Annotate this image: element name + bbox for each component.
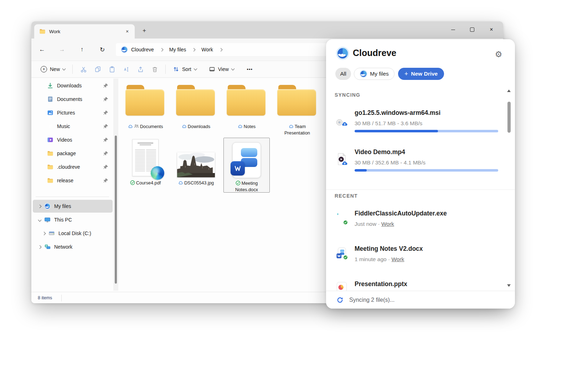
folder-tile-documents[interactable]: Documents bbox=[122, 85, 169, 139]
recent-location-link[interactable]: Work bbox=[391, 256, 404, 262]
breadcrumb-work[interactable]: Work bbox=[201, 47, 213, 52]
sidebar-item-my-files[interactable]: My files bbox=[33, 200, 113, 213]
new-drive-button[interactable]: + New Drive bbox=[398, 68, 444, 80]
chevron-down-icon[interactable] bbox=[36, 219, 43, 221]
sidebar-item-package[interactable]: package bbox=[33, 147, 113, 160]
folder-tile-downloads[interactable]: Downloads bbox=[173, 85, 219, 139]
file-tile-meeting-notes-docx[interactable]: Meeting Notes.docx bbox=[223, 138, 270, 193]
pin-icon[interactable] bbox=[103, 124, 108, 129]
toolbar-divider bbox=[72, 65, 73, 74]
section-divider bbox=[326, 189, 515, 190]
settings-button[interactable]: ⚙ bbox=[493, 49, 504, 60]
chevron-down-icon bbox=[194, 67, 197, 70]
sidebar-item-documents[interactable]: Documents bbox=[33, 93, 113, 106]
view-icon bbox=[209, 66, 215, 72]
maximize-button[interactable] bbox=[465, 22, 480, 37]
up-button[interactable]: ↑ bbox=[77, 45, 87, 55]
share-button[interactable] bbox=[133, 63, 148, 75]
progress-bar bbox=[355, 169, 498, 172]
sidebar-item-release[interactable]: release bbox=[33, 174, 113, 187]
folder-label: Downloads bbox=[174, 123, 218, 130]
dot-separator: · bbox=[378, 221, 380, 227]
chevron-right-icon[interactable] bbox=[40, 232, 48, 235]
items-count: 8 items bbox=[38, 295, 52, 300]
pin-icon[interactable] bbox=[103, 164, 108, 170]
recent-file-meta: Just now · Work bbox=[355, 221, 394, 227]
file-tile-dsc05543-jpg[interactable]: DSC05543.jpg bbox=[173, 138, 219, 192]
share-icon bbox=[137, 66, 144, 73]
pin-icon[interactable] bbox=[103, 83, 108, 88]
breadcrumb-my-files[interactable]: My files bbox=[169, 47, 186, 52]
syncing-file-detail: 30 MB / 51.7 MB - 3.6 MB/s bbox=[355, 120, 422, 127]
scroll-down-icon[interactable] bbox=[507, 284, 511, 287]
forward-button[interactable]: → bbox=[57, 45, 67, 55]
cloud-icon bbox=[128, 124, 133, 129]
music-icon bbox=[47, 123, 53, 129]
panel-scrollbar-thumb[interactable] bbox=[507, 102, 511, 133]
folder-tile-team-presentation[interactable]: Team Presentation bbox=[274, 85, 320, 139]
sidebar-item-label: package bbox=[57, 151, 103, 156]
syncing-file-name: Video Demo.mp4 bbox=[355, 148, 405, 156]
msi-installer-icon bbox=[335, 113, 348, 126]
cloudreve-logo-icon bbox=[336, 47, 349, 60]
close-button[interactable]: × bbox=[484, 22, 499, 37]
view-button[interactable]: View bbox=[205, 63, 238, 75]
new-button[interactable]: + New bbox=[37, 63, 69, 75]
sidebar-item-videos[interactable]: Videos bbox=[33, 133, 113, 146]
panel-footer: Syncing 2 file(s)... bbox=[326, 291, 515, 309]
synced-check-icon bbox=[236, 181, 241, 186]
filter-chip-my-files[interactable]: My files bbox=[354, 68, 394, 80]
downloads-icon bbox=[47, 82, 53, 89]
sidebar-item-this-pc[interactable]: This PC bbox=[33, 213, 113, 226]
chevron-right-icon[interactable] bbox=[36, 205, 43, 208]
sidebar-item-downloads[interactable]: Downloads bbox=[33, 79, 113, 92]
folder-icon bbox=[47, 150, 53, 157]
sort-button[interactable]: Sort bbox=[169, 63, 200, 75]
pin-icon[interactable] bbox=[103, 151, 108, 156]
close-icon: × bbox=[490, 27, 493, 32]
filter-chip-all[interactable]: All bbox=[335, 68, 351, 80]
back-button[interactable]: ← bbox=[37, 45, 47, 55]
sidebar-item-local-disk-c[interactable]: Local Disk (C:) bbox=[33, 227, 113, 240]
recent-location-link[interactable]: Work bbox=[381, 221, 394, 227]
sidebar-item-music[interactable]: Music bbox=[33, 120, 113, 133]
syncing-file-name: go1.25.5.windows-arm64.msi bbox=[355, 109, 440, 117]
pin-icon[interactable] bbox=[103, 178, 108, 183]
sidebar-item-label: Network bbox=[54, 244, 113, 250]
cut-button[interactable] bbox=[76, 63, 91, 75]
breadcrumb-root[interactable]: Cloudreve bbox=[131, 47, 154, 52]
sidebar-scrollbar-thumb[interactable] bbox=[115, 136, 117, 284]
sidebar-item-cloudreve[interactable]: .cloudreve bbox=[33, 161, 113, 173]
sidebar-item-network[interactable]: Network bbox=[33, 240, 113, 253]
paste-button[interactable] bbox=[105, 63, 119, 75]
synced-check-icon bbox=[130, 180, 135, 185]
minimize-button[interactable] bbox=[445, 22, 460, 37]
folder-tile-notes[interactable]: Notes bbox=[223, 85, 270, 139]
scroll-up-icon[interactable] bbox=[507, 90, 511, 92]
rename-button[interactable] bbox=[119, 63, 133, 75]
sidebar-item-label: This PC bbox=[54, 217, 113, 223]
file-tile-course4-pdf[interactable]: Course4.pdf bbox=[122, 138, 169, 192]
chevron-down-icon bbox=[62, 67, 66, 70]
delete-button[interactable] bbox=[148, 63, 162, 75]
tab-title: Work bbox=[49, 29, 119, 34]
pin-icon[interactable] bbox=[103, 97, 108, 102]
fiddler-exe-icon bbox=[335, 212, 348, 225]
sidebar-item-pictures[interactable]: Pictures bbox=[33, 106, 113, 119]
sidebar-item-label: .cloudreve bbox=[57, 164, 103, 170]
refresh-button[interactable]: ↻ bbox=[97, 45, 107, 55]
recent-heading: RECENT bbox=[335, 193, 358, 199]
chevron-right-icon[interactable] bbox=[36, 246, 43, 248]
tab-close-icon[interactable]: × bbox=[123, 27, 132, 36]
sidebar-item-label: My files bbox=[54, 203, 113, 209]
sidebar-divider bbox=[36, 197, 109, 197]
copy-icon bbox=[94, 66, 101, 73]
tab-work[interactable]: Work × bbox=[34, 24, 135, 39]
pin-icon[interactable] bbox=[103, 110, 108, 116]
pictures-icon bbox=[47, 110, 53, 116]
copy-button[interactable] bbox=[91, 63, 105, 75]
progress-fill bbox=[355, 169, 367, 172]
new-tab-button[interactable]: + bbox=[140, 26, 149, 35]
more-options-button[interactable]: ••• bbox=[243, 63, 257, 75]
pin-icon[interactable] bbox=[103, 137, 108, 143]
